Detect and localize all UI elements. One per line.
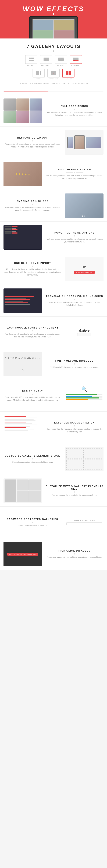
- fa-icon-4: ✉: [12, 357, 14, 360]
- feature-content-demo: ONE CLICK DEMO IMPORT After activating t…: [3, 262, 62, 276]
- star-rating: ★★★★☆: [15, 172, 31, 176]
- laptop-screen: [33, 19, 74, 38]
- gallery-icons-row-1: MASONRY RAIL SLIDER: [3, 55, 104, 66]
- iso-cell-2: [61, 58, 64, 59]
- trans-line-6: [5, 304, 30, 305]
- theme-options-mockup: [3, 225, 42, 250]
- catalog-label: CATALOG: [65, 78, 72, 80]
- gallery-icons-row-2: METRO 65 KENBURNZ CATALOG: [3, 69, 104, 80]
- theme-row-5: [5, 232, 41, 234]
- theme-row-1: [5, 226, 41, 227]
- devices-mockup: [65, 130, 104, 155]
- fa-icon-15: ⊙: [22, 369, 24, 371]
- doc-line-h3: [5, 427, 26, 428]
- fd-diamond-2: [32, 140, 33, 142]
- feature-divider-8: [3, 331, 62, 331]
- feature-image-gallery-grid: [3, 98, 42, 123]
- fa-icon-12: ↑: [35, 357, 36, 360]
- fd-diamond-15: [74, 553, 75, 555]
- fd-diamond-7: [74, 299, 75, 300]
- feature-content-seo: SEO FRIENDLY Begin coded with SEO in min…: [3, 390, 62, 402]
- gallery-icon-masonry[interactable]: MASONRY: [25, 55, 37, 66]
- feature-divider-13: [45, 492, 104, 492]
- feature-google-fonts: Gallery EASY GOOGLE FONTS MANAGEMENT Now…: [0, 317, 107, 348]
- fd-diamond-13: [74, 491, 75, 492]
- grid-cell-6: [30, 111, 42, 123]
- feature-divider-9: [45, 364, 104, 364]
- fa-icon-10: ▶: [29, 357, 31, 360]
- catalog-icon: [66, 71, 71, 75]
- feature-content-theme: POWERFUL THEME OPTIONS This theme comes …: [45, 231, 104, 243]
- gallery-icon-metro[interactable]: METRO: [33, 69, 45, 80]
- masonry-cell-1: [29, 58, 30, 59]
- metro-cell-2: [40, 73, 41, 75]
- metro-gallery-mockup: [3, 478, 42, 503]
- screen-cell-1: [33, 20, 53, 30]
- feature-image-google-fonts: Gallery: [65, 320, 104, 345]
- feature-rate-system: ★★★★☆ BUILT IN RATE SYSTEM Use the rate …: [0, 158, 107, 190]
- thumb-strip-2: [75, 60, 77, 61]
- metro-icon-box: [33, 69, 45, 78]
- feature-title-translation: TRANSLATION READY PO, MO INCLUDED: [45, 295, 104, 298]
- feature-title-theme: POWERFUL THEME OPTIONS: [45, 231, 104, 234]
- seo-fill-2: [66, 396, 92, 397]
- seo-fill-4: [66, 399, 88, 400]
- feature-content-gallery-space: CUSTOMIZE GALLERY ELEMENT SPACE Choose t…: [3, 455, 62, 464]
- masonry-cell-6: [32, 60, 34, 61]
- laptop-frame: [29, 16, 78, 38]
- catalog-icon-box: [62, 69, 74, 78]
- rail-slider-label: RAIL SLIDER: [41, 65, 51, 66]
- fd-diamond-9: [74, 363, 75, 365]
- masonry-grid-icon: [29, 58, 34, 61]
- doc-line-6: [5, 426, 30, 427]
- gallery-icon-kenburnz[interactable]: 65 KENBURNZ: [47, 69, 60, 80]
- kenburnz-label: KENBURNZ: [49, 78, 58, 80]
- feature-text-seo: Begin coded with SEO in mind, our themes…: [3, 396, 62, 402]
- feature-image-slider: [65, 193, 104, 218]
- feature-image-seo: 🔍: [65, 383, 104, 408]
- isotope-icon-box: [55, 55, 67, 64]
- grid-cell-2: [16, 98, 29, 111]
- feature-title-rate: BUILT IN RATE SYSTEM: [45, 168, 104, 171]
- feature-title-gallery-space: CUSTOMIZE GALLERY ELEMENT SPACE: [3, 455, 62, 457]
- masonry-cell-5: [30, 60, 32, 61]
- gallery-icon-thumbnail[interactable]: THUMBNAIL: [70, 55, 82, 66]
- seo-mockup: 🔍: [65, 383, 104, 408]
- gallery-icon-isotope[interactable]: ISOTOPE: [55, 55, 67, 66]
- iso-cell-1: [59, 58, 61, 60]
- gallery-icon-rail-slider[interactable]: RAIL SLIDER: [40, 55, 52, 66]
- theme-val-3: [12, 229, 17, 230]
- demo-import-mockup: ☛ IMPORT DEMO CONTENT: [65, 257, 104, 281]
- theme-row-3: [5, 229, 41, 230]
- progress-bar-outer[interactable]: [3, 91, 104, 92]
- feature-divider-6: [3, 266, 62, 267]
- metro-label: METRO: [36, 78, 42, 80]
- feature-image-gallery-space: [65, 447, 104, 471]
- feature-title-seo: SEO FRIENDLY: [3, 390, 62, 392]
- rail-item-3: [47, 58, 49, 61]
- feature-content-right-click: RICH CLICK DISABLED Protect your images …: [45, 550, 104, 559]
- feature-seo: 🔍 SEO FRIENDLY Begin coded with SEO in m…: [0, 380, 107, 412]
- fa-icon-3: ♥: [10, 357, 12, 360]
- trans-line-4: [5, 301, 23, 302]
- feature-text-password: Protect your galleries with password: [3, 524, 62, 527]
- fa-icon-5: ⊞: [15, 357, 17, 360]
- catalog-cell-1: [66, 71, 68, 73]
- rail-slider-icon-box: [40, 55, 52, 64]
- import-demo-button: IMPORT DEMO CONTENT: [74, 271, 95, 274]
- theme-row-2: [5, 228, 41, 229]
- feature-title-documentation: EXTENDED DOCUMENTATION: [45, 422, 104, 424]
- gallery-icon-catalog[interactable]: CATALOG: [62, 69, 74, 80]
- screen-cell-4: [54, 30, 74, 38]
- google-fonts-dropdown[interactable]: [77, 333, 91, 336]
- mg-cell-4: [17, 491, 29, 502]
- seo-bar-3: [66, 397, 102, 399]
- feature-divider-1: [45, 109, 104, 110]
- password-input[interactable]: [66, 522, 102, 525]
- theme-label-1: [5, 226, 11, 227]
- fa-icon-14: ↔: [39, 357, 41, 360]
- font-awesome-mockup: ⚙ ★ ♥ ✉ ⊞ ☁ ✔ ⊕ ◀ ▶ ⊗ ↑ ↓ ↔ ⊙: [3, 352, 42, 376]
- feature-text-documentation: Here you can find the instructions which…: [45, 428, 104, 433]
- thumbnail-icon-box: [70, 55, 82, 64]
- catalog-cell-4: [69, 73, 71, 75]
